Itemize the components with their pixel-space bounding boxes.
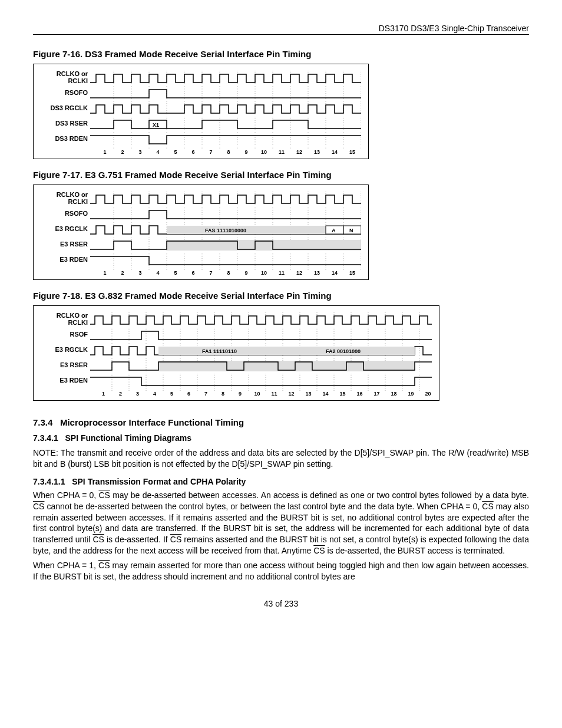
- label-a: A: [332, 228, 336, 233]
- svg-text:7: 7: [209, 270, 212, 276]
- figure-7-17-diagram: RCLKO or RCLKI RSOFO E3 RGCLK FAS 111101…: [33, 185, 369, 280]
- page-header: DS3170 DS3/E3 Single-Chip Transceiver: [33, 24, 529, 35]
- svg-text:10: 10: [261, 149, 267, 155]
- label-n: N: [349, 228, 353, 233]
- svg-text:9: 9: [244, 149, 247, 155]
- svg-text:3: 3: [138, 149, 141, 155]
- svg-text:16: 16: [356, 391, 362, 397]
- svg-text:11: 11: [279, 270, 285, 276]
- svg-text:10: 10: [254, 391, 260, 397]
- svg-text:2: 2: [119, 391, 122, 397]
- sig-ds3-rser: DS3 RSER: [37, 120, 90, 127]
- svg-text:12: 12: [296, 270, 302, 276]
- sig-e3-rgclk-18: E3 RGCLK: [37, 347, 90, 354]
- svg-text:1: 1: [103, 270, 106, 276]
- label-fa2: FA2 00101000: [326, 348, 361, 354]
- figure-7-16-diagram: RCLKO or RCLKI RSOFO DS3 RGCLK DS3 RSER …: [33, 64, 369, 159]
- figure-7-18-diagram: RCLKO or RCLKI RSOF E3 RGCLK FA1 1111011…: [33, 305, 439, 401]
- ticks-16: 123456789101112131415: [90, 147, 361, 157]
- svg-text:13: 13: [314, 270, 320, 276]
- svg-text:15: 15: [349, 270, 355, 276]
- svg-text:3: 3: [138, 270, 141, 276]
- sig-rclko: RCLKO or RCLKI: [37, 71, 90, 84]
- svg-text:8: 8: [227, 149, 230, 155]
- figure-7-17-title: Figure 7-17. E3 G.751 Framed Mode Receiv…: [33, 170, 529, 180]
- svg-text:6: 6: [191, 270, 194, 276]
- sig-e3-rden-18: E3 RDEN: [37, 377, 90, 384]
- svg-text:19: 19: [408, 391, 414, 397]
- svg-text:6: 6: [187, 391, 190, 397]
- sig-e3-rser-17: E3 RSER: [37, 241, 90, 248]
- svg-text:13: 13: [305, 391, 311, 397]
- svg-text:5: 5: [170, 391, 173, 397]
- svg-text:8: 8: [222, 391, 224, 397]
- section-7-3-4-1: 7.3.4.1 SPI Functional Timing Diagrams: [33, 433, 529, 443]
- svg-text:7: 7: [204, 391, 207, 397]
- label-fa1: FA1 11110110: [202, 348, 237, 354]
- svg-text:11: 11: [271, 391, 277, 397]
- svg-text:18: 18: [391, 391, 396, 397]
- svg-text:11: 11: [279, 149, 285, 155]
- para-cpha0: When CPHA = 0, CS may be de-asserted bet…: [33, 490, 529, 556]
- svg-text:7: 7: [209, 149, 212, 155]
- svg-text:14: 14: [332, 270, 338, 276]
- section-7-3-4: 7.3.4 Microprocessor Interface Functiona…: [33, 417, 529, 427]
- svg-text:6: 6: [191, 149, 194, 155]
- svg-text:5: 5: [174, 270, 177, 276]
- svg-text:4: 4: [156, 149, 159, 155]
- section-7-3-4-1-1: 7.3.4.1.1 SPI Transmission Format and CP…: [33, 477, 529, 486]
- svg-text:14: 14: [322, 391, 328, 397]
- svg-text:3: 3: [136, 391, 139, 397]
- para-cpha1: When CPHA = 1, CS may remain asserted fo…: [33, 560, 529, 582]
- sig-rsofo: RSOFO: [37, 90, 90, 97]
- figure-7-18-title: Figure 7-18. E3 G.832 Framed Mode Receiv…: [33, 291, 529, 301]
- svg-text:10: 10: [261, 270, 267, 276]
- svg-text:12: 12: [288, 391, 294, 397]
- ticks-17: 123456789101112131415: [90, 268, 361, 278]
- sig-e3-rser-18: E3 RSER: [37, 362, 90, 369]
- note-text: NOTE: The transmit and receive order of …: [33, 447, 529, 470]
- svg-text:20: 20: [425, 391, 431, 397]
- svg-text:9: 9: [239, 391, 242, 397]
- svg-text:17: 17: [373, 391, 379, 397]
- svg-text:5: 5: [174, 149, 177, 155]
- svg-text:4: 4: [156, 270, 159, 276]
- svg-text:2: 2: [121, 149, 124, 155]
- svg-text:9: 9: [244, 270, 247, 276]
- sig-rsofo-17: RSOFO: [37, 210, 90, 218]
- svg-text:4: 4: [153, 391, 156, 397]
- svg-text:12: 12: [296, 149, 302, 155]
- label-x1: X1: [153, 122, 159, 128]
- sig-rsof-18: RSOF: [37, 331, 90, 338]
- ticks-18: 1234567891011121314151617181920: [90, 388, 432, 399]
- sig-e3-rgclk-17: E3 RGCLK: [37, 226, 90, 233]
- sig-ds3-rgclk: DS3 RGCLK: [37, 105, 90, 112]
- svg-text:14: 14: [332, 149, 338, 155]
- svg-text:13: 13: [314, 149, 320, 155]
- sig-rclko-17: RCLKO or RCLKI: [37, 192, 90, 205]
- sig-e3-rden-17: E3 RDEN: [37, 256, 90, 263]
- figure-7-16-title: Figure 7-16. DS3 Framed Mode Receive Ser…: [33, 49, 529, 59]
- page-footer: 43 of 233: [33, 599, 529, 608]
- label-fas: FAS 1111010000: [205, 228, 246, 233]
- svg-text:2: 2: [121, 270, 124, 276]
- svg-text:1: 1: [103, 149, 106, 155]
- sig-ds3-rden: DS3 RDEN: [37, 136, 90, 143]
- svg-text:15: 15: [349, 149, 355, 155]
- svg-text:15: 15: [339, 391, 345, 397]
- svg-text:1: 1: [102, 391, 105, 397]
- svg-text:8: 8: [227, 270, 230, 276]
- sig-rclko-18: RCLKO or RCLKI: [37, 312, 90, 326]
